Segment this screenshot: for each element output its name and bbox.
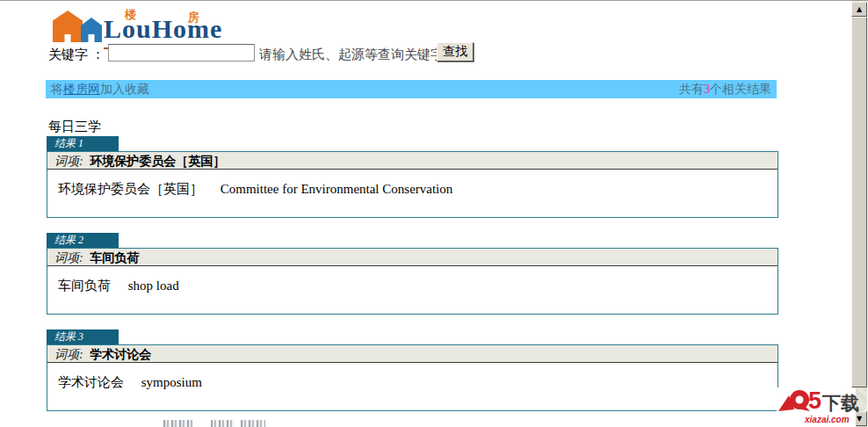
watermark-number: 5 (808, 387, 821, 415)
result-tab: 结果 3 (47, 329, 119, 344)
term-text: 学术讨论会 (90, 348, 151, 361)
top-border-line (0, 0, 868, 1)
watermark-domain: xiazai.com (805, 415, 850, 424)
results-count-suffix: 个相关结果 (710, 83, 771, 96)
result-box: 词项: 车间负荷 车间负荷 shop load (47, 248, 778, 315)
brand-name: LouHome (104, 14, 222, 44)
result-tab: 结果 2 (47, 233, 119, 248)
scroll-up-button[interactable]: ▲ (851, 2, 867, 17)
result-box: 词项: 环境保护委员会［英国］ 环境保护委员会［英国］ Committee fo… (47, 151, 778, 218)
house-icon (53, 11, 83, 42)
vertical-scrollbar[interactable]: ▲ ▼ (851, 1, 867, 427)
cutoff-footer-text-fragment (211, 420, 235, 427)
site-logo[interactable]: 楼 房 LouHome (53, 9, 220, 46)
result-block-2: 结果 2 词项: 车间负荷 车间负荷 shop load (47, 233, 778, 315)
result-body: 车间负荷 shop load (47, 266, 778, 294)
definition-en: symposium (141, 375, 202, 389)
results-count-text: 共有3个相关结果 (679, 82, 771, 98)
definition-cn: 学术讨论会 (58, 375, 124, 389)
field-label: 词项: (54, 251, 83, 264)
search-hint-text: 请输入姓氏、起源等查询关键字 (259, 47, 444, 63)
results-count-prefix: 共有 (679, 83, 704, 96)
definition-cn: 车间负荷 (58, 279, 111, 293)
search-label: 关键字 ： (48, 47, 105, 63)
definition-en: Committee for Environmental Conservation (221, 182, 453, 196)
page: 楼 房 LouHome 关键字 ： 请输入姓氏、起源等查询关键字 查找 将楼房网… (0, 0, 868, 427)
field-label: 词项: (54, 348, 83, 361)
house-door-icon (89, 34, 95, 42)
brand-wordmark: 楼 房 LouHome (104, 9, 220, 46)
search-bar: 关键字 ： 请输入姓氏、起源等查询关键字 查找 (48, 42, 575, 64)
scroll-down-icon: ▼ (857, 415, 862, 423)
result-body: 环境保护委员会［英国］ Committee for Environmental … (47, 170, 778, 198)
search-input[interactable] (108, 44, 255, 62)
search-button[interactable]: 查找 (437, 42, 474, 62)
result-tab: 结果 1 (47, 136, 119, 151)
result-header: 词项: 学术讨论会 (47, 345, 778, 363)
banner-suffix: 加入收藏 (100, 83, 149, 96)
scrollbar-thumb[interactable] (851, 17, 867, 387)
a5-xiazai-watermark: 5 下载 xiazai.com (777, 387, 856, 427)
cutoff-footer-text-fragment (163, 420, 193, 427)
house-door-icon (65, 34, 71, 42)
result-header: 词项: 环境保护委员会［英国］ (47, 152, 778, 170)
definition-cn: 环境保护委员会［英国］ (58, 182, 203, 196)
result-body: 学术讨论会 symposium (47, 363, 778, 391)
result-box: 词项: 学术讨论会 学术讨论会 symposium (47, 344, 778, 411)
result-block-1: 结果 1 词项: 环境保护委员会［英国］ 环境保护委员会［英国］ Committ… (47, 136, 778, 218)
favorites-banner: 将楼房网加入收藏 共有3个相关结果 (46, 80, 777, 98)
section-title: 每日三学 (48, 119, 101, 135)
term-text: 车间负荷 (90, 251, 139, 264)
add-to-favorites-text: 将楼房网加入收藏 (51, 82, 149, 98)
site-link[interactable]: 楼房网 (63, 83, 100, 96)
house-icon (81, 18, 102, 42)
watermark-cn-text: 下载 (822, 391, 859, 416)
results-count-number: 3 (704, 83, 710, 96)
cutoff-footer-text-fragment (241, 420, 265, 427)
term-text: 环境保护委员会［英国］ (90, 155, 225, 168)
result-header: 词项: 车间负荷 (47, 249, 778, 266)
result-block-3: 结果 3 词项: 学术讨论会 学术讨论会 symposium (47, 329, 778, 411)
scroll-up-icon: ▲ (857, 5, 862, 13)
banner-prefix: 将 (51, 83, 63, 96)
definition-en: shop load (128, 279, 179, 293)
field-label: 词项: (54, 155, 83, 168)
